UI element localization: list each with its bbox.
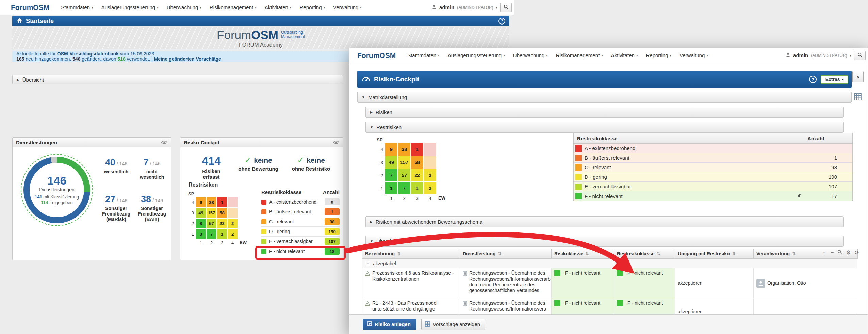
risiken-accordion[interactable]: ▶Risiken — [365, 107, 844, 118]
class-row-b[interactable]: B - äußerst relevant1 — [574, 153, 852, 163]
menu-verwaltung[interactable]: Verwaltung▾ — [679, 52, 708, 58]
class-color-swatch — [617, 270, 623, 276]
eye-icon[interactable] — [333, 140, 340, 145]
eye-icon[interactable] — [161, 140, 168, 145]
class-row-d[interactable]: D - gering190 — [261, 227, 340, 237]
changed-proposals-link[interactable]: Meine geänderten Vorschläge — [154, 56, 221, 62]
stat-fremdbezug-marisk: 27/ 146 Sonstiger Fremdbezug (MaRisk) — [100, 194, 133, 222]
column-header-restrisikoklasse[interactable]: Restrisikoklasse⇅ — [614, 249, 675, 259]
menu-reporting[interactable]: Reporting▾ — [300, 4, 325, 10]
column-header-bezeichnung[interactable]: Bezeichnung⇅ — [362, 249, 460, 259]
user-icon — [786, 52, 790, 58]
chevron-down-icon: ▼ — [370, 239, 373, 243]
show-suggestions-button[interactable]: Vorschläge anzeigen — [421, 319, 485, 330]
chevron-down-icon: ▾ — [255, 6, 257, 9]
restrisikoklasse-cell: F - nicht relevant — [614, 268, 675, 298]
avatar — [756, 279, 765, 288]
column-header-umgang[interactable]: Umgang mit Restrisiko⇅ — [675, 249, 754, 259]
class-row-f[interactable]: F - nicht relevant 17 — [574, 191, 852, 201]
chevron-down-icon: ▾ — [157, 6, 159, 9]
main-top-nav: ForumOSM Stammdaten▾ Auslagerungssteueru… — [0, 0, 514, 15]
sort-icon: ⇅ — [732, 251, 735, 257]
class-row-c[interactable]: C - relevant98 — [261, 217, 340, 227]
menu-stammdaten[interactable]: Stammdaten▾ — [61, 4, 93, 10]
matrix-cell: 9 — [385, 143, 397, 156]
matrix-cell: 57 — [207, 219, 216, 228]
collapse-group-icon[interactable]: − — [365, 261, 370, 266]
services-total: 146 — [47, 175, 67, 186]
logo-forum: Forum — [217, 29, 251, 41]
stat-nicht-wesentlich: 7/ 146 nicht wesentlich — [135, 157, 168, 180]
class-row-b[interactable]: B - äußerst relevant1 — [261, 207, 340, 217]
count-badge: 0 — [325, 198, 340, 205]
chevron-down-icon: ▾ — [290, 6, 292, 9]
class-row-e[interactable]: E - vernachlässigbar107 — [261, 237, 340, 246]
overview-accordion[interactable]: ▶ Übersicht — [12, 75, 343, 84]
class-color-swatch — [575, 164, 582, 171]
risikoklasse-cell: F - nicht relevant — [552, 268, 614, 298]
matrix-view-icon[interactable] — [854, 93, 862, 102]
matrixdarstellung-accordion[interactable]: ▼Matrixdarstellung — [357, 92, 852, 103]
search-button[interactable] — [854, 51, 866, 60]
abweichendes-schema-accordion[interactable]: ▶Risiken mit abweichendem Bewertungssche… — [365, 216, 844, 227]
uebersicht-accordion[interactable]: ▼Übersicht — [365, 236, 844, 247]
search-button[interactable] — [500, 3, 512, 12]
matrix-cell: 49 — [385, 156, 397, 169]
menu-auslagerungssteuerung[interactable]: Auslagerungssteuerung▾ — [101, 4, 159, 10]
table-row[interactable]: Prozessrisiken 4.6 aus Risikoanalyse - R… — [362, 268, 857, 298]
class-color-swatch — [617, 300, 623, 306]
chevron-down-icon: ▾ — [324, 6, 325, 9]
class-row-e[interactable]: E - vernachlässigbar107 — [574, 182, 852, 191]
matrix-cell: 8 — [196, 219, 206, 228]
menu-risikomanagement[interactable]: Risikomanagement▾ — [210, 4, 257, 10]
menu-aktivitaeten[interactable]: Aktivitäten▾ — [265, 4, 292, 10]
chevron-down-icon: ▼ — [362, 95, 365, 99]
app-logo[interactable]: ForumOSM — [357, 51, 396, 60]
column-header-risikoklasse[interactable]: Risikoklasse⇅ — [552, 249, 614, 259]
class-color-swatch — [575, 193, 582, 199]
menu-stammdaten[interactable]: Stammdaten▾ — [407, 52, 440, 58]
chevron-down-icon[interactable]: ▾ — [496, 6, 497, 9]
risk-matrix: SP 49381 34915758 2857222 13712 1234EW — [188, 191, 247, 245]
class-row-a[interactable]: A - existenzbedrohend0 — [261, 197, 340, 207]
class-color-swatch — [575, 145, 582, 152]
chevron-down-icon: ▼ — [370, 125, 373, 129]
user-name[interactable]: admin — [793, 52, 808, 58]
help-icon[interactable]: ? — [498, 18, 505, 25]
collapse-all-icon[interactable]: − — [831, 250, 834, 255]
search-icon[interactable] — [837, 250, 842, 256]
matrix-cell: 3 — [196, 229, 206, 239]
menu-ueberwachung[interactable]: Überwachung▾ — [167, 4, 201, 10]
logo-tagline: OutsourcingManagement — [281, 30, 305, 39]
menu-ueberwachung[interactable]: Überwachung▾ — [513, 52, 548, 58]
gear-icon[interactable]: ⚙ — [846, 250, 851, 255]
expand-all-icon[interactable]: ＋ — [821, 250, 827, 255]
column-header-dienstleistung[interactable]: Dienstleistung⇅ — [460, 249, 552, 259]
restrisiken-accordion[interactable]: ▼Restrisiken — [365, 122, 844, 133]
help-icon[interactable]: ? — [809, 76, 817, 83]
close-icon[interactable]: × — [852, 71, 864, 82]
menu-risikomanagement[interactable]: Risikomanagement▾ — [556, 52, 603, 58]
user-name[interactable]: admin — [439, 4, 454, 10]
class-row-a[interactable]: A - existenzbedrohend — [574, 144, 852, 153]
create-risk-button[interactable]: Risiko anlegen — [363, 319, 416, 330]
class-row-d[interactable]: D - gering190 — [574, 172, 852, 182]
class-row-f[interactable]: F - nicht relevant18 — [261, 246, 340, 256]
group-row-akzeptabel[interactable]: − akzeptabel — [362, 259, 857, 268]
menu-auslagerungssteuerung[interactable]: Auslagerungssteuerung▾ — [448, 52, 505, 58]
class-color-swatch — [261, 209, 266, 214]
extras-button[interactable]: Extras▾ — [821, 75, 848, 84]
app-logo[interactable]: ForumOSM — [11, 3, 49, 12]
logo-osm: OSM — [33, 3, 49, 11]
menu-reporting[interactable]: Reporting▾ — [646, 52, 672, 58]
matrix-cell: 49 — [196, 208, 206, 218]
class-row-c[interactable]: C - relevant98 — [574, 163, 852, 172]
popup-top-nav: ForumOSM Stammdaten▾ Auslagerungssteueru… — [349, 48, 868, 63]
menu-verwaltung[interactable]: Verwaltung▾ — [333, 4, 362, 10]
pin-icon[interactable] — [797, 193, 801, 199]
table-icon — [425, 321, 430, 328]
matrix-cell: 7 — [385, 169, 397, 181]
refresh-icon[interactable]: ⟳ — [855, 250, 859, 255]
chevron-down-icon[interactable]: ▾ — [850, 54, 851, 57]
menu-aktivitaeten[interactable]: Aktivitäten▾ — [611, 52, 638, 58]
